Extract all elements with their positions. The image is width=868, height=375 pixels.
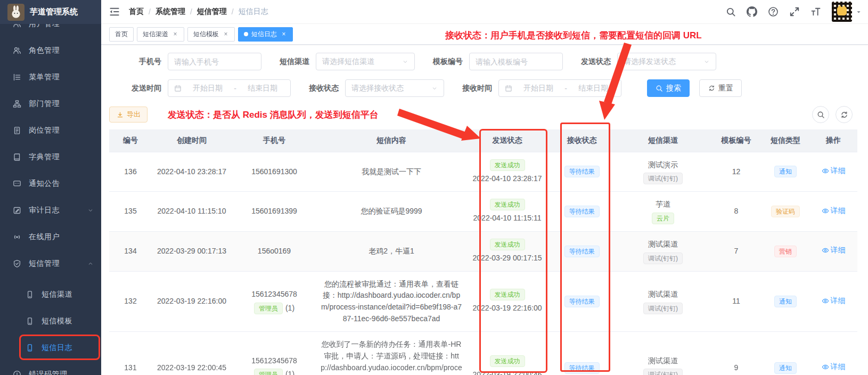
toggle-search-button[interactable] (812, 106, 829, 123)
sidebar-item-在线用户[interactable]: 在线用户 (0, 224, 101, 250)
cell-sms-type: 通知 (761, 332, 809, 375)
tab-短信日志[interactable]: 短信日志× (238, 27, 293, 42)
channel-name: 芋道 (618, 199, 708, 210)
filter-daterange-发送时间[interactable]: 开始日期-结束日期 (168, 79, 291, 97)
filter-daterange-接收时间[interactable]: 开始日期-结束日期 (498, 79, 621, 97)
cell-sms-type: 验证码 (761, 192, 809, 232)
help-icon[interactable] (768, 6, 779, 17)
tab-短信渠道[interactable]: 短信渠道× (137, 27, 184, 42)
chevron-down-icon (87, 207, 94, 214)
breadcrumb-item[interactable]: 首页 (129, 7, 144, 17)
channel-name: 测试演示 (618, 159, 708, 171)
detail-link[interactable]: 详细 (822, 165, 846, 177)
refresh-icon (840, 111, 848, 119)
cell-id: 131 (109, 332, 152, 375)
tab-close-icon[interactable]: × (281, 30, 287, 38)
table-row: 1342022-03-29 00:17:13156o0169老鸡2，牛逼1发送成… (109, 231, 857, 271)
sidebar-item-角色管理[interactable]: 角色管理 (0, 37, 101, 64)
detail-link[interactable]: 详细 (822, 205, 846, 217)
tab-短信模板[interactable]: 短信模板× (187, 27, 235, 42)
channel-name: 测试渠道 (618, 355, 708, 367)
sidebar-item-短信模板[interactable]: 短信模板 (0, 308, 101, 335)
cell-created: 2022-03-29 00:17:13 (152, 231, 232, 271)
filter-select-接收状态[interactable]: 请选择接收状态 (345, 79, 444, 97)
send-time: 2022-04-10 23:28:17 (469, 173, 545, 185)
tab-close-icon[interactable]: × (223, 30, 229, 38)
table-toolbar: 导出 发送状态：是否从 Redis 消息队列，发送到短信平台 (109, 106, 860, 123)
detail-link[interactable]: 详细 (822, 361, 846, 373)
cell-template-id: 7 (711, 231, 761, 271)
filter-label: 短信渠道 (276, 57, 309, 67)
daterange-separator: - (564, 84, 567, 93)
cell-sms-type: 通知 (761, 152, 809, 192)
search-icon[interactable] (725, 6, 736, 17)
sidebar-item-审计日志[interactable]: 审计日志 (0, 197, 101, 224)
receive-status-badge: 等待结果 (564, 362, 600, 374)
dept-icon (13, 100, 21, 108)
sidebar-item-通知公告[interactable]: 通知公告 (0, 170, 101, 197)
github-icon[interactable] (747, 6, 757, 17)
sidebar-item-岗位管理[interactable]: 岗位管理 (0, 117, 101, 144)
reset-button[interactable]: 重置 (699, 79, 742, 97)
cell-id: 136 (109, 152, 152, 192)
shield-icon (13, 259, 21, 268)
tab-首页[interactable]: 首页 (109, 27, 134, 42)
detail-link[interactable]: 详细 (822, 244, 846, 256)
sidebar-item-短信管理[interactable]: 短信管理 (0, 250, 101, 277)
sidebar-item-短信日志[interactable]: 短信日志 (0, 335, 101, 361)
cell-created: 2022-04-10 23:28:17 (152, 152, 232, 192)
filter-input-field[interactable] (476, 58, 556, 66)
sidebar-item-label: 角色管理 (29, 46, 60, 55)
filter-input-field[interactable] (174, 58, 255, 66)
filter-发送状态: 发送状态请选择发送状态 (578, 53, 716, 70)
calendar-icon (505, 85, 512, 92)
column-header-短信渠道: 短信渠道 (615, 129, 711, 152)
sidebar-item-label: 在线用户 (29, 232, 60, 242)
cell-id: 135 (109, 192, 152, 232)
filter-select-发送状态[interactable]: 请选择发送状态 (617, 53, 716, 70)
detail-link[interactable]: 详细 (822, 295, 846, 307)
sidebar-item-错误码管理[interactable]: 错误码管理 (0, 361, 101, 375)
cell-channel: 测试渠道调试(钉钉) (615, 231, 711, 271)
chevron-up-icon (87, 260, 94, 267)
sms-type-badge: 通知 (774, 362, 797, 374)
phone-icon (26, 317, 34, 325)
eye-icon (822, 363, 829, 371)
column-header-编号: 编号 (109, 129, 152, 152)
refresh-button[interactable] (836, 106, 853, 123)
sidebar-item-label: 通知公告 (29, 179, 60, 189)
avatar[interactable] (832, 2, 852, 22)
cell-created: 2022-04-10 11:15:10 (152, 192, 232, 232)
filter-label: 发送时间 (128, 84, 161, 93)
cell-receive-status: 等待结果 (548, 231, 615, 271)
filter-input-手机号[interactable] (168, 53, 261, 70)
cell-channel: 测试演示调试(钉钉) (615, 152, 711, 192)
top-header: 首页/系统管理/短信管理/短信日志 (101, 0, 868, 24)
download-icon (116, 111, 124, 118)
filter-row-2: 发送时间开始日期-结束日期接收状态请选择接收状态接收时间开始日期-结束日期搜索重… (109, 79, 860, 97)
sms-type-badge: 验证码 (771, 206, 800, 217)
send-status-badge: 发送成功 (490, 239, 525, 250)
detail-link-label: 详细 (831, 165, 846, 177)
export-button[interactable]: 导出 (109, 107, 148, 123)
sidebar-item-label: 审计日志 (29, 206, 60, 215)
font-size-icon[interactable] (810, 6, 821, 17)
sidebar-item-短信渠道[interactable]: 短信渠道 (0, 281, 101, 308)
user-icon (13, 46, 21, 55)
sidebar-item-部门管理[interactable]: 部门管理 (0, 91, 101, 117)
filter-select-短信渠道[interactable]: 请选择短信渠道 (316, 53, 415, 70)
sidebar-fold-icon[interactable] (109, 6, 120, 18)
tab-close-icon[interactable]: × (172, 30, 178, 38)
fullscreen-icon[interactable] (789, 6, 800, 17)
breadcrumb-item[interactable]: 短信管理 (197, 7, 227, 17)
sidebar-item-label: 菜单管理 (29, 72, 60, 82)
breadcrumb-item[interactable]: 系统管理 (155, 7, 185, 17)
search-button[interactable]: 搜索 (647, 79, 690, 97)
sidebar-item-字典管理[interactable]: 字典管理 (0, 144, 101, 170)
user-menu[interactable] (832, 2, 862, 22)
filter-input-模板编号[interactable] (469, 53, 563, 70)
column-header-模板编号: 模板编号 (711, 129, 761, 152)
sidebar-item-菜单管理[interactable]: 菜单管理 (0, 64, 101, 91)
filter-label: 接收状态 (306, 84, 339, 93)
detail-link-label: 详细 (831, 295, 846, 307)
